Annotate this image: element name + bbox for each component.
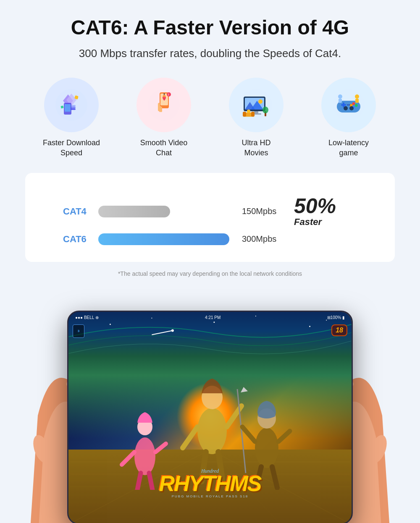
svg-point-70 [197,408,227,454]
game-logo: Hundred RHYTHMS PUBG MOBILE ROYALE PASS … [159,468,261,498]
svg-rect-45 [347,105,349,105]
svg-point-84 [255,428,278,468]
cat4-row: CAT4 150Mpbs 50% Faster [63,196,357,228]
svg-point-55 [110,324,111,325]
svg-line-83 [149,473,153,490]
game-ui-right: 18 [331,324,347,336]
svg-point-43 [344,106,348,110]
tablet-status-bar: ●●● BELL ⊕ 4:21 PM ⊞100% ▮ [68,315,352,324]
features-row: Faster DownloadSpeed [25,78,395,158]
svg-rect-48 [339,99,342,103]
cat4-value: 150Mpbs [242,207,288,216]
tablet-section: Hundred RHYTHMS PUBG MOBILE ROYALE PASS … [25,281,395,523]
low-latency-label: Low-latencygame [328,138,369,158]
cat4-label: CAT4 [63,206,92,217]
svg-line-72 [183,427,197,448]
svg-point-59 [309,326,310,327]
speed-comparison-section: CAT4 150Mpbs 50% Faster CAT6 300Mpbs [25,173,395,262]
svg-point-62 [171,329,174,332]
svg-point-49 [355,94,359,99]
tablet-frame: Hundred RHYTHMS PUBG MOBILE ROYALE PASS … [67,311,353,523]
cat6-bar-container [98,233,236,245]
svg-point-44 [349,106,354,110]
svg-rect-17 [160,107,162,112]
svg-line-86 [242,427,255,442]
svg-point-40 [355,104,358,107]
svg-rect-9 [65,104,71,112]
faster-text: Faster [294,217,322,228]
svg-point-14 [164,94,165,95]
cat4-bar [98,206,170,217]
disclaimer-text: *The actual speed may vary depending on … [25,270,395,277]
svg-point-32 [247,110,250,113]
svg-point-39 [352,102,355,105]
feature-smooth-video: ! Smooth VideoChat [126,78,202,158]
svg-point-47 [338,94,342,99]
svg-text:!: ! [168,93,169,96]
svg-rect-27 [254,111,258,113]
feature-ultra-hd: Ultra HDMovies [218,78,294,158]
svg-point-78 [134,437,155,475]
svg-line-87 [278,431,290,442]
page-title: CAT6: A Faster Version of 4G [25,17,395,39]
feature-low-latency: Low-latencygame [311,78,386,158]
svg-line-61 [152,331,172,335]
svg-point-26 [258,99,262,104]
game-logo-detail: PUBG MOBILE ROYALE PASS S18 [159,494,261,498]
game-logo-main: RHYTHMS [159,474,261,493]
tablet-hands-wrapper: Hundred RHYTHMS PUBG MOBILE ROYALE PASS … [25,281,395,523]
faster-download-icon [44,78,99,132]
svg-line-82 [136,473,141,490]
smooth-video-label: Smooth VideoChat [140,138,188,158]
svg-rect-46 [349,105,350,105]
cat6-value: 300Mpbs [242,234,288,244]
status-left: ●●● BELL ⊕ [75,315,99,324]
cat4-bar-container [98,206,236,217]
svg-rect-38 [343,102,344,107]
svg-rect-31 [251,112,255,117]
svg-line-89 [272,467,277,488]
ultra-hd-icon [229,78,284,132]
svg-marker-77 [241,387,248,392]
svg-rect-50 [355,99,359,103]
svg-line-81 [155,444,166,452]
svg-rect-4 [61,106,64,109]
smooth-video-icon: ! [136,78,191,132]
cat6-row: CAT6 300Mpbs [63,233,357,245]
low-latency-icon [321,78,376,132]
ultra-hd-label: Ultra HDMovies [242,138,270,158]
cat6-bar [98,233,229,245]
cat6-label: CAT6 [63,234,92,245]
svg-point-34 [262,107,268,113]
page-subtitle: 300 Mbps transfer rates, doubling the Sp… [25,46,395,61]
page-wrapper: CAT6: A Faster Version of 4G 300 Mbps tr… [0,0,420,523]
tablet-screen: Hundred RHYTHMS PUBG MOBILE ROYALE PASS … [68,312,352,523]
feature-faster-download: Faster DownloadSpeed [34,78,109,158]
game-ui-left: 3 [73,324,84,338]
faster-percent: 50% [294,196,336,217]
status-right: ⊞100% ▮ [327,315,345,324]
status-center: 4:21 PM [205,315,220,324]
faster-download-label: Faster DownloadSpeed [43,138,100,158]
svg-rect-30 [243,112,246,117]
faster-badge: 50% Faster [294,196,357,228]
svg-line-80 [122,452,134,465]
svg-point-13 [163,95,165,97]
